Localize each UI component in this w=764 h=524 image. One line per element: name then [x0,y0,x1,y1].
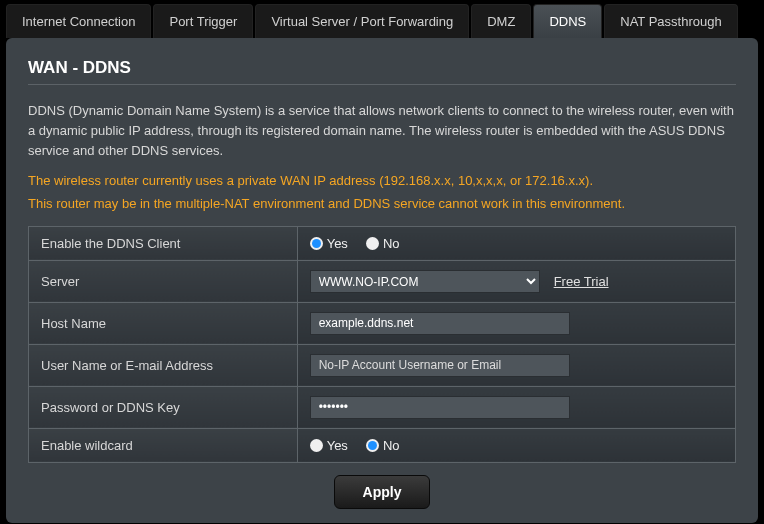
hostname-label: Host Name [29,302,298,344]
radio-label-no: No [383,236,400,251]
server-label: Server [29,260,298,302]
server-select[interactable]: WWW.NO-IP.COM [310,270,540,293]
username-input[interactable] [310,354,570,377]
tab-virtual-server[interactable]: Virtual Server / Port Forwarding [255,4,469,38]
enable-client-no[interactable]: No [366,236,400,251]
page-title: WAN - DDNS [28,58,736,78]
enable-client-yes[interactable]: Yes [310,236,348,251]
wildcard-no-radio[interactable] [366,439,379,452]
free-trial-link[interactable]: Free Trial [554,274,609,289]
ddns-form-table: Enable the DDNS Client Yes No Server [28,226,736,463]
tab-port-trigger[interactable]: Port Trigger [153,4,253,38]
password-label: Password or DDNS Key [29,386,298,428]
password-input[interactable] [310,396,570,419]
radio-label-no: No [383,438,400,453]
warning-multi-nat: This router may be in the multiple-NAT e… [28,194,736,214]
tab-dmz[interactable]: DMZ [471,4,531,38]
enable-client-no-radio[interactable] [366,237,379,250]
tab-internet-connection[interactable]: Internet Connection [6,4,151,38]
wildcard-no[interactable]: No [366,438,400,453]
radio-label-yes: Yes [327,438,348,453]
tab-nat-passthrough[interactable]: NAT Passthrough [604,4,737,38]
ddns-panel: WAN - DDNS DDNS (Dynamic Domain Name Sys… [6,38,758,523]
warning-private-ip: The wireless router currently uses a pri… [28,171,736,191]
tab-bar: Internet Connection Port Trigger Virtual… [0,0,764,38]
wildcard-yes-radio[interactable] [310,439,323,452]
username-label: User Name or E-mail Address [29,344,298,386]
hostname-input[interactable] [310,312,570,335]
tab-ddns[interactable]: DDNS [533,4,602,38]
apply-button[interactable]: Apply [334,475,431,509]
enable-client-yes-radio[interactable] [310,237,323,250]
radio-label-yes: Yes [327,236,348,251]
enable-client-label: Enable the DDNS Client [29,226,298,260]
divider [28,84,736,85]
wildcard-yes[interactable]: Yes [310,438,348,453]
wildcard-label: Enable wildcard [29,428,298,462]
ddns-description: DDNS (Dynamic Domain Name System) is a s… [28,101,736,161]
